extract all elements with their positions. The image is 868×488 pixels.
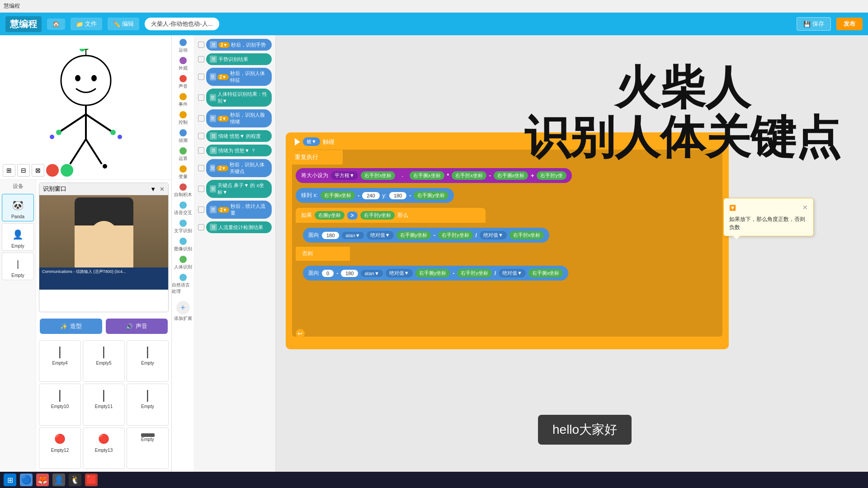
face1-elbow-y: 右手肘y坐标 bbox=[438, 231, 473, 239]
sprite-item-empty12b[interactable]: 🔴 Empty12 bbox=[39, 427, 81, 469]
if-right-elbow-y: 右手肘y坐标 bbox=[360, 211, 395, 220]
block-checkbox-flow-r[interactable] bbox=[198, 224, 204, 230]
category-math[interactable]: 运算 bbox=[179, 147, 188, 162]
sprite-grid: | Empty4 | Empty5 | Empty | Empty10 bbox=[36, 338, 171, 472]
sprite-icon-empty10: | bbox=[51, 386, 69, 404]
block-icon-feature: 慧 bbox=[210, 73, 216, 80]
atan-btn-2[interactable]: atan▼ bbox=[361, 270, 382, 277]
block-checkbox-keypoint[interactable] bbox=[198, 165, 204, 171]
sprite-item-empty4[interactable]: | Empty4 bbox=[39, 340, 81, 382]
block-checkbox-keypoint-val[interactable] bbox=[198, 186, 204, 192]
windows-icon[interactable]: ⊞ bbox=[4, 474, 16, 486]
edit-menu-button[interactable]: ✏️ 编辑 bbox=[108, 18, 139, 30]
block-emotion-val[interactable]: 慧 情绪为 愤怒▼ ？ bbox=[206, 145, 272, 156]
sprite-item-empty10[interactable]: | Empty10 bbox=[39, 384, 81, 425]
block-checkbox-feature[interactable] bbox=[198, 74, 204, 80]
taskbar-red-icon[interactable]: 🟥 bbox=[85, 474, 98, 486]
block-keypoint-val[interactable]: 慧 关键点 鼻子▼ 的 x坐标▼ bbox=[206, 180, 272, 198]
when-block[interactable]: 被▼ 触碰 bbox=[288, 134, 341, 150]
sprite-item-empty5[interactable]: | Empty5 bbox=[83, 340, 125, 382]
taskbar-firefox-icon[interactable]: 🦊 bbox=[36, 474, 49, 486]
block-flow-result[interactable]: 慧 人流量统计检测结果 bbox=[206, 221, 272, 233]
face-block-2[interactable]: 面向 0 - 180 atan▼ 绝对值▼ 右手腕y坐标 - 右手肘y坐标 / … bbox=[303, 266, 568, 281]
taskbar-browser-icon[interactable]: 🔵 bbox=[20, 474, 33, 486]
stage-stop-button[interactable] bbox=[61, 164, 73, 177]
stage-small-button[interactable]: ⊠ bbox=[32, 164, 44, 177]
sprite-label-empty14: Empty bbox=[141, 437, 154, 442]
face-block-1[interactable]: 面向 180 atan▼ 绝对值▼ 右手腕y坐标 - 右手肘y坐标 / 绝对值▼… bbox=[303, 228, 549, 243]
add-expansion[interactable]: + 添加扩展 bbox=[172, 298, 194, 324]
sprite-item-empty6[interactable]: | Empty bbox=[127, 340, 169, 382]
category-looks[interactable]: 外观 bbox=[179, 57, 188, 71]
sprite-item-empty1[interactable]: 👤 Empty bbox=[2, 223, 34, 251]
sprite-item-empty2[interactable]: | Empty bbox=[2, 253, 34, 280]
block-checkbox-feature-r[interactable] bbox=[198, 94, 204, 101]
save-button[interactable]: 💾 保存 bbox=[797, 17, 831, 31]
image-label: 图像识别 bbox=[174, 246, 192, 252]
move-to-block[interactable]: 移到 x: 右手腕x坐标 - 240 y: 180 - 右手腕y坐标 bbox=[296, 188, 454, 203]
taskbar-penguin-icon[interactable]: 🐧 bbox=[69, 474, 81, 486]
filename-button[interactable]: 火柴人-你动他也动-人... bbox=[145, 18, 219, 30]
sprites-panel: 设备 🐼 Panda 👤 Empty | Empty bbox=[0, 180, 171, 472]
costume-button[interactable]: ✨ 造型 bbox=[40, 319, 102, 334]
category-body[interactable]: 人体识别 bbox=[174, 256, 192, 270]
tooltip-close[interactable]: ✕ bbox=[802, 203, 808, 212]
abs-btn-3[interactable]: 绝对值▼ bbox=[386, 269, 413, 277]
block-emotion-level[interactable]: 慧 情绪 愤怒▼ 的程度 bbox=[206, 130, 272, 142]
sprite-item-panda[interactable]: 🐼 Panda bbox=[2, 194, 34, 221]
set-size-block[interactable]: 将大小设为 平方根▼ 右手肘x坐标 - 右手腕x坐标 * 右手肘x坐标 - 右手… bbox=[296, 168, 572, 183]
block-checkbox-gesture-result[interactable] bbox=[198, 56, 204, 62]
taskbar-user-icon[interactable]: 👤 bbox=[52, 474, 65, 486]
sprite-item-empty13[interactable]: 🔴 Empty13 bbox=[83, 427, 125, 469]
stage-expand-button[interactable]: ⊞ bbox=[3, 164, 15, 177]
svg-line-7 bbox=[59, 114, 86, 132]
publish-button[interactable]: 发布 bbox=[836, 18, 863, 30]
if-block[interactable]: 如果 右腕y坐标 > 右手肘y坐标 那么 bbox=[296, 208, 486, 223]
category-sound[interactable]: 声音 bbox=[179, 75, 188, 89]
file-menu-button[interactable]: 📁 文件 bbox=[71, 18, 102, 30]
category-text[interactable]: 文字识别 bbox=[174, 220, 192, 234]
identify-dropdown[interactable]: ▼ bbox=[150, 186, 156, 192]
events-label: 事件 bbox=[179, 101, 188, 108]
repeat-block[interactable]: 重复执行 bbox=[288, 150, 343, 164]
sprite-item-empty14[interactable]: Empty bbox=[127, 427, 169, 469]
stage-grid-button[interactable]: ⊟ bbox=[17, 164, 30, 177]
sound-button[interactable]: 🔊 声音 bbox=[106, 319, 168, 334]
identify-close[interactable]: ✕ bbox=[160, 186, 165, 192]
category-sensing[interactable]: 侦测 bbox=[179, 129, 188, 144]
category-nlp[interactable]: 自然语言处理 bbox=[172, 274, 194, 295]
block-checkbox-emotion-level[interactable] bbox=[198, 133, 204, 139]
stage-run-button[interactable] bbox=[46, 164, 59, 177]
category-voice[interactable]: 语音交互 bbox=[174, 202, 192, 216]
block-feature-result[interactable]: 慧 人体特征识别结果：性别▼ bbox=[206, 89, 272, 107]
block-text-keypoint: 秒后，识别人体关键点 bbox=[230, 161, 268, 175]
block-checkbox-emotion[interactable] bbox=[198, 115, 204, 122]
atan-btn-1[interactable]: atan▼ bbox=[342, 232, 363, 239]
math-label: 运算 bbox=[179, 155, 188, 162]
sprite-item-empty12[interactable]: | Empty bbox=[127, 384, 169, 425]
set-size-label: 将大小设为 bbox=[301, 172, 328, 179]
category-events[interactable]: 事件 bbox=[179, 93, 188, 108]
category-control[interactable]: 控制 bbox=[179, 111, 188, 126]
block-wait-keypoint[interactable]: 慧 2▼ 秒后，识别人体关键点 bbox=[206, 159, 272, 177]
block-text-feature: 秒后，识别人体特征 bbox=[230, 70, 268, 84]
block-wait-feature[interactable]: 慧 2▼ 秒后，识别人体特征 bbox=[206, 68, 272, 86]
category-variables[interactable]: 变量 bbox=[179, 165, 188, 180]
abs-btn-2[interactable]: 绝对值▼ bbox=[480, 231, 507, 239]
block-checkbox-emotion-val[interactable] bbox=[198, 147, 204, 154]
block-checkbox-flow[interactable] bbox=[198, 206, 204, 213]
block-wait-flow[interactable]: 慧 2▼ 秒后，统计人流量 bbox=[206, 201, 272, 219]
sprite-icon-empty1: 👤 bbox=[9, 225, 27, 244]
home-button[interactable]: 🏠 bbox=[47, 19, 65, 30]
category-motion[interactable]: 运动 bbox=[179, 39, 188, 53]
abs-btn-1[interactable]: 绝对值▼ bbox=[367, 231, 394, 239]
block-wait-gesture[interactable]: 慧 2▼ 秒后，识别手势 bbox=[206, 39, 272, 51]
block-wait-emotion[interactable]: 慧 2▼ 秒后，识别人脸情绪 bbox=[206, 109, 272, 127]
y-label: y: bbox=[382, 192, 387, 199]
block-gesture-result[interactable]: 慧 手势识别结果 bbox=[206, 53, 272, 65]
block-checkbox-wait-gesture[interactable] bbox=[198, 42, 204, 48]
category-custom[interactable]: 自制积木 bbox=[174, 183, 192, 198]
category-image[interactable]: 图像识别 bbox=[174, 238, 192, 252]
abs-btn-4[interactable]: 绝对值▼ bbox=[499, 269, 526, 277]
sprite-item-empty11[interactable]: | Empty11 bbox=[83, 384, 125, 425]
